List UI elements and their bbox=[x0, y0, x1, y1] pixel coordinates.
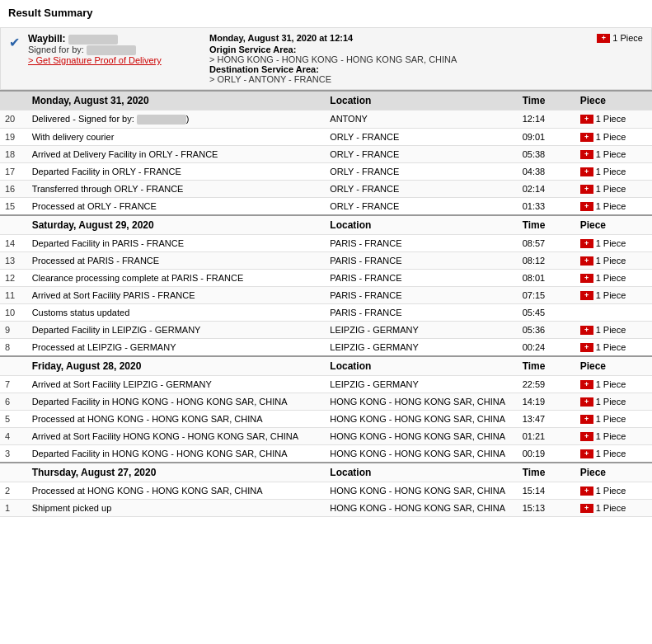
event-num: 15 bbox=[0, 198, 27, 216]
day-header-num bbox=[0, 215, 27, 235]
event-time: 05:36 bbox=[518, 322, 575, 339]
event-piece: +1 Piece bbox=[575, 482, 652, 500]
event-description: Processed at HONG KONG - HONG KONG SAR, … bbox=[27, 482, 326, 500]
piece-cell: +1 Piece bbox=[580, 238, 647, 248]
event-description: Shipment picked up bbox=[27, 500, 326, 517]
event-piece: +1 Piece bbox=[575, 411, 652, 428]
event-description: Departed Facility in HONG KONG - HONG KO… bbox=[27, 445, 326, 463]
event-description: Departed Facility in PARIS - FRANCE bbox=[27, 235, 326, 252]
event-time: 04:38 bbox=[518, 163, 575, 181]
event-location: ORLY - FRANCE bbox=[325, 146, 517, 163]
event-num: 3 bbox=[0, 445, 27, 463]
day-header-location: Location bbox=[325, 463, 517, 482]
piece-cell: +1 Piece bbox=[580, 449, 647, 458]
event-piece bbox=[575, 304, 652, 322]
signature-link[interactable]: > Get Signature Proof of Delivery bbox=[28, 55, 193, 65]
summary-left: Waybill: Signed for by: > Get Signature … bbox=[28, 33, 193, 65]
table-row: 13 Processed at PARIS - FRANCE PARIS - F… bbox=[0, 252, 652, 270]
event-piece: +1 Piece bbox=[575, 129, 652, 146]
event-description: Processed at ORLY - FRANCE bbox=[27, 198, 326, 216]
flag-icon: + bbox=[580, 239, 593, 248]
event-description: Clearance processing complete at PARIS -… bbox=[27, 270, 326, 287]
event-piece: +1 Piece bbox=[575, 163, 652, 181]
waybill: Waybill: bbox=[28, 33, 193, 45]
event-num: 16 bbox=[0, 181, 27, 198]
event-description: Customs status updated bbox=[27, 304, 326, 322]
flag-icon: + bbox=[580, 343, 593, 352]
event-description: Arrived at Sort Facility PARIS - FRANCE bbox=[27, 287, 326, 304]
event-piece: +1 Piece bbox=[575, 146, 652, 163]
event-time: 13:47 bbox=[518, 411, 575, 428]
event-num: 8 bbox=[0, 339, 27, 357]
event-location: PARIS - FRANCE bbox=[325, 235, 517, 252]
event-piece: +1 Piece bbox=[575, 198, 652, 216]
event-num: 4 bbox=[0, 428, 27, 445]
event-location: ANTONY bbox=[325, 110, 517, 129]
event-piece: +1 Piece bbox=[575, 393, 652, 411]
event-num: 19 bbox=[0, 129, 27, 146]
event-location: PARIS - FRANCE bbox=[325, 287, 517, 304]
flag-icon: + bbox=[580, 415, 593, 424]
day-header-time: Time bbox=[518, 356, 575, 376]
event-piece: +1 Piece bbox=[575, 428, 652, 445]
event-location: HONG KONG - HONG KONG SAR, CHINA bbox=[325, 482, 517, 500]
event-time: 08:01 bbox=[518, 270, 575, 287]
piece-cell: +1 Piece bbox=[580, 201, 647, 211]
event-num: 13 bbox=[0, 252, 27, 270]
event-piece: +1 Piece bbox=[575, 270, 652, 287]
day-header-piece: Piece bbox=[575, 356, 652, 376]
table-row: 5 Processed at HONG KONG - HONG KONG SAR… bbox=[0, 411, 652, 428]
event-location: ORLY - FRANCE bbox=[325, 129, 517, 146]
event-description: Arrived at Sort Facility LEIPZIG - GERMA… bbox=[27, 376, 326, 393]
event-num: 10 bbox=[0, 304, 27, 322]
event-time: 15:13 bbox=[518, 500, 575, 517]
event-time: 05:38 bbox=[518, 146, 575, 163]
event-num: 20 bbox=[0, 110, 27, 129]
event-location: HONG KONG - HONG KONG SAR, CHINA bbox=[325, 445, 517, 463]
flag-icon: + bbox=[580, 115, 593, 124]
day-header-piece: Piece bbox=[575, 215, 652, 235]
event-location: HONG KONG - HONG KONG SAR, CHINA bbox=[325, 428, 517, 445]
summary-piece-badge: + 1 Piece bbox=[597, 33, 643, 43]
event-num: 12 bbox=[0, 270, 27, 287]
signed-value bbox=[87, 45, 136, 55]
flag-icon: + bbox=[580, 150, 593, 159]
piece-cell: +1 Piece bbox=[580, 431, 647, 441]
piece-cell: +1 Piece bbox=[580, 167, 647, 176]
flag-icon: + bbox=[580, 185, 593, 194]
event-description: Processed at PARIS - FRANCE bbox=[27, 252, 326, 270]
table-row: 20 Delivered - Signed for by: ) ANTONY 1… bbox=[0, 110, 652, 129]
piece-cell: +1 Piece bbox=[580, 342, 647, 352]
event-piece: +1 Piece bbox=[575, 339, 652, 357]
signed-value-delivery bbox=[137, 115, 186, 125]
event-num: 17 bbox=[0, 163, 27, 181]
piece-cell: +1 Piece bbox=[580, 184, 647, 194]
flag-icon: + bbox=[580, 202, 593, 211]
tracking-table: Monday, August 31, 2020 Location Time Pi… bbox=[0, 90, 652, 517]
event-location: LEIPZIG - GERMANY bbox=[325, 376, 517, 393]
table-row: 8 Processed at LEIPZIG - GERMANY LEIPZIG… bbox=[0, 339, 652, 357]
table-row: 10 Customs status updated PARIS - FRANCE… bbox=[0, 304, 652, 322]
signed-for: Signed for by: bbox=[28, 45, 193, 55]
event-description: Departed Facility in HONG KONG - HONG KO… bbox=[27, 393, 326, 411]
table-row: 16 Transferred through ORLY - FRANCE ORL… bbox=[0, 181, 652, 198]
event-num: 1 bbox=[0, 500, 27, 517]
piece-cell: +1 Piece bbox=[580, 486, 647, 496]
day-header-location: Location bbox=[325, 91, 517, 110]
day-header-time: Time bbox=[518, 215, 575, 235]
flag-icon: + bbox=[580, 274, 593, 283]
event-num: 18 bbox=[0, 146, 27, 163]
event-piece: +1 Piece bbox=[575, 181, 652, 198]
event-num: 7 bbox=[0, 376, 27, 393]
event-description: Processed at HONG KONG - HONG KONG SAR, … bbox=[27, 411, 326, 428]
event-location: HONG KONG - HONG KONG SAR, CHINA bbox=[325, 393, 517, 411]
event-num: 11 bbox=[0, 287, 27, 304]
event-location: PARIS - FRANCE bbox=[325, 304, 517, 322]
piece-cell: +1 Piece bbox=[580, 273, 647, 283]
flag-icon: + bbox=[580, 487, 593, 496]
event-time: 12:14 bbox=[518, 110, 575, 129]
day-header-location: Location bbox=[325, 215, 517, 235]
check-icon: ✔ bbox=[9, 35, 20, 50]
event-time: 00:24 bbox=[518, 339, 575, 357]
event-num: 9 bbox=[0, 322, 27, 339]
